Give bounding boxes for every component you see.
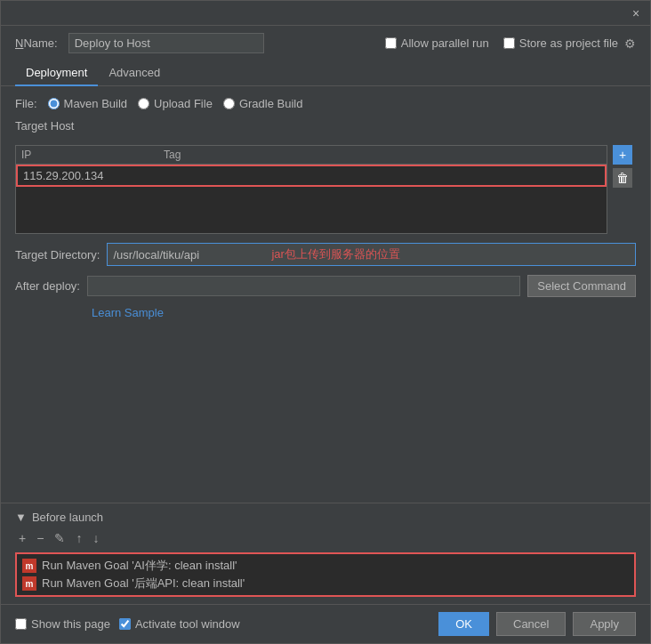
- target-host-label: Target Host: [15, 119, 636, 133]
- tab-deployment[interactable]: Deployment: [15, 60, 98, 86]
- after-deploy-input[interactable]: [87, 276, 520, 296]
- target-host-table-wrapper: IP Tag 115.29.200.134 + 🗑: [15, 145, 607, 234]
- cancel-button[interactable]: Cancel: [496, 612, 566, 636]
- tabs-row: Deployment Advanced: [1, 60, 650, 86]
- list-item[interactable]: m Run Maven Goal 'AI伴学: clean install': [22, 558, 629, 574]
- bl-up-button[interactable]: ↑: [72, 529, 85, 547]
- target-host-area: IP Tag 115.29.200.134: [15, 145, 607, 234]
- col-ip-header: IP: [21, 149, 164, 161]
- store-project-wrap[interactable]: Store as project file ⚙: [503, 36, 636, 51]
- gradle-build-wrap[interactable]: Gradle Build: [223, 97, 303, 110]
- title-bar: ×: [1, 1, 650, 26]
- cell-ip: 115.29.200.134: [23, 169, 165, 182]
- file-row: File: Maven Build Upload File Gradle Bui…: [15, 97, 636, 110]
- before-launch-header[interactable]: ▼ Before launch: [15, 511, 636, 524]
- store-project-checkbox[interactable]: [503, 37, 515, 49]
- header-options: Allow parallel run Store as project file…: [385, 36, 636, 51]
- bl-down-button[interactable]: ↓: [89, 529, 102, 547]
- close-button[interactable]: ×: [629, 6, 643, 20]
- col-tag-header: Tag: [164, 149, 601, 161]
- activate-tool-wrap[interactable]: Activate tool window: [119, 617, 240, 631]
- allow-parallel-checkbox[interactable]: [385, 37, 397, 49]
- name-label: NName:: [15, 36, 58, 50]
- maven-build-wrap[interactable]: Maven Build: [48, 97, 128, 110]
- maven-icon-1: m: [22, 576, 36, 591]
- upload-file-radio[interactable]: [138, 98, 149, 109]
- allow-parallel-wrap[interactable]: Allow parallel run: [385, 36, 489, 50]
- maven-build-label: Maven Build: [64, 97, 128, 110]
- list-item[interactable]: m Run Maven Goal '后端API: clean install': [22, 576, 629, 592]
- after-deploy-label: After deploy:: [15, 279, 80, 293]
- cell-tag: [165, 169, 599, 182]
- before-launch-section: ▼ Before launch + − ✎ ↑ ↓ m Run Maven Go…: [1, 503, 650, 604]
- show-page-wrap[interactable]: Show this page: [15, 617, 110, 631]
- store-project-label: Store as project file: [519, 36, 618, 50]
- dialog: × NName: Allow parallel run Store as pro…: [0, 0, 651, 644]
- footer-row: Show this page Activate tool window OK C…: [1, 604, 650, 643]
- gear-icon: ⚙: [624, 36, 636, 51]
- remove-host-button[interactable]: 🗑: [613, 168, 632, 188]
- show-page-label: Show this page: [31, 617, 110, 631]
- footer-right: OK Cancel Apply: [438, 612, 636, 636]
- table-side-buttons: + 🗑: [613, 145, 632, 188]
- select-command-button[interactable]: Select Command: [527, 275, 636, 297]
- target-directory-label: Target Directory:: [15, 248, 100, 262]
- before-launch-toolbar: + − ✎ ↑ ↓: [15, 529, 636, 547]
- activate-tool-label: Activate tool window: [135, 617, 240, 631]
- tab-advanced[interactable]: Advanced: [98, 60, 171, 86]
- ok-button[interactable]: OK: [438, 612, 489, 636]
- footer-left: Show this page Activate tool window: [15, 617, 240, 631]
- before-launch-list: m Run Maven Goal 'AI伴学: clean install' m…: [15, 552, 636, 597]
- bl-item-label-1: Run Maven Goal '后端API: clean install': [42, 576, 245, 592]
- gradle-build-radio[interactable]: [223, 98, 235, 109]
- target-directory-row: Target Directory: jar包上传到服务器的位置: [15, 243, 636, 266]
- bl-remove-button[interactable]: −: [33, 529, 47, 547]
- bl-edit-button[interactable]: ✎: [51, 529, 68, 547]
- header-row: NName: Allow parallel run Store as proje…: [1, 26, 650, 60]
- show-page-checkbox[interactable]: [15, 618, 27, 630]
- target-directory-input-wrap[interactable]: jar包上传到服务器的位置: [107, 243, 636, 266]
- table-header: IP Tag: [16, 146, 607, 165]
- file-label: File:: [15, 97, 37, 110]
- expand-icon: ▼: [15, 511, 27, 524]
- activate-tool-checkbox[interactable]: [119, 618, 131, 630]
- bl-add-button[interactable]: +: [15, 529, 29, 547]
- directory-annotation: jar包上传到服务器的位置: [268, 244, 403, 265]
- after-deploy-row: After deploy: Select Command: [15, 275, 636, 297]
- gradle-build-label: Gradle Build: [239, 97, 303, 110]
- allow-parallel-label: Allow parallel run: [401, 36, 489, 50]
- table-empty-area: [16, 187, 607, 231]
- deployment-content: File: Maven Build Upload File Gradle Bui…: [1, 86, 650, 503]
- before-launch-label: Before launch: [32, 511, 103, 524]
- target-directory-input[interactable]: [108, 246, 268, 264]
- add-host-button[interactable]: +: [613, 145, 632, 165]
- upload-file-wrap[interactable]: Upload File: [138, 97, 213, 110]
- upload-file-label: Upload File: [154, 97, 213, 110]
- learn-sample-link[interactable]: Learn Sample: [92, 306, 636, 319]
- table-row[interactable]: 115.29.200.134: [16, 165, 607, 187]
- name-input[interactable]: [68, 33, 264, 53]
- bl-item-label-0: Run Maven Goal 'AI伴学: clean install': [42, 558, 237, 574]
- maven-icon-0: m: [22, 559, 36, 573]
- maven-build-radio[interactable]: [48, 98, 60, 109]
- apply-button[interactable]: Apply: [573, 612, 636, 636]
